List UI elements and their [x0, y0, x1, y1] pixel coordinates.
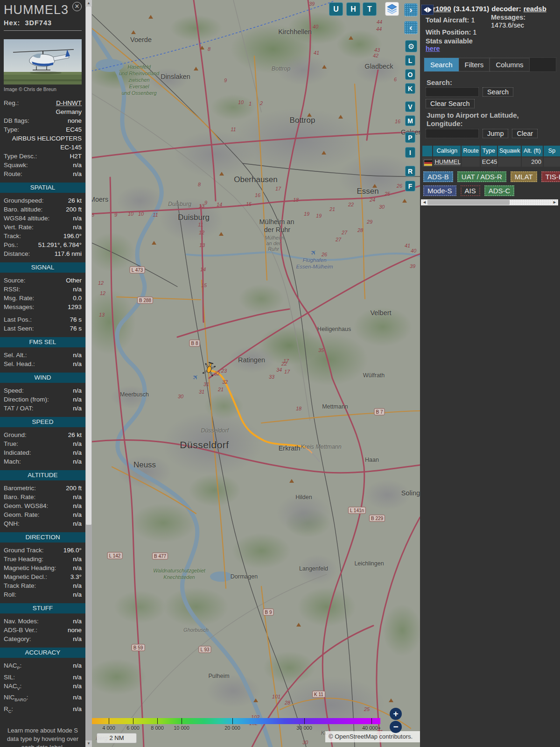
map-button-K[interactable]: K: [405, 83, 415, 94]
zoom-out-button[interactable]: −: [390, 721, 402, 733]
column-header[interactable]: Callsign: [433, 146, 461, 156]
map-city-label: Velbert: [370, 309, 391, 317]
map-button-H[interactable]: H: [346, 2, 360, 16]
exit-number: 1: [249, 101, 252, 106]
data-value: n/a: [73, 161, 82, 169]
data-label: NACV:: [4, 682, 21, 693]
peak-triangle-icon: [296, 623, 301, 627]
decoder-link[interactable]: readsb: [524, 5, 546, 13]
data-value[interactable]: D-HNWT: [56, 99, 82, 107]
map-city-label: Moers: [92, 196, 108, 203]
zoom-in-button[interactable]: +: [390, 708, 402, 720]
decoder-label: decoder:: [491, 5, 521, 13]
tab-search[interactable]: Search: [424, 58, 459, 71]
map-button-U[interactable]: U: [329, 2, 343, 16]
layers-icon[interactable]: [385, 2, 399, 16]
column-header[interactable]: Route: [462, 146, 479, 156]
source-badge-ads-c: ADS-C: [484, 185, 515, 196]
exit-number: 10: [128, 211, 133, 217]
data-value: n/a: [73, 169, 82, 178]
data-row: Source:Other: [0, 276, 85, 285]
collapse-panel-icon[interactable]: ‹: [404, 21, 418, 34]
data-row: Last Pos.:76 s: [0, 315, 85, 324]
data-label: ADS-B Ver.:: [4, 626, 37, 634]
map-button-L[interactable]: L: [405, 55, 415, 66]
data-value: n/a: [73, 682, 82, 693]
hscrollbar-thumb[interactable]: [427, 200, 510, 205]
map-button-F[interactable]: F: [405, 181, 415, 191]
column-header[interactable]: Sp: [544, 146, 560, 156]
map-city-label: zwischen: [128, 77, 149, 83]
exit-number: 40: [313, 24, 318, 29]
altitude-tick: [232, 718, 233, 724]
table-cell[interactable]: HUMMEL3: [433, 157, 461, 167]
data-row: True Heading:n/a: [0, 555, 85, 564]
scroll-up-icon[interactable]: ▲: [85, 0, 92, 7]
data-value: 3.3°: [70, 572, 82, 581]
selected-aircraft-icon[interactable]: [199, 359, 220, 381]
search-button[interactable]: Search: [483, 87, 513, 97]
map-button-V[interactable]: V: [405, 101, 415, 112]
data-label: Reg.:: [4, 99, 19, 107]
scroll-down-icon[interactable]: ▼: [85, 740, 92, 747]
exit-number: 8: [92, 212, 94, 218]
openstreetmap-link[interactable]: OpenStreetMap: [335, 733, 378, 740]
callsign-link[interactable]: HUMMEL3: [434, 158, 461, 165]
map-city-label: Wülfrath: [363, 372, 385, 379]
map-button-M[interactable]: M: [405, 115, 415, 126]
stats-here-link[interactable]: here: [426, 45, 440, 52]
data-value: H2T: [70, 152, 82, 161]
scrollbar-thumb[interactable]: [86, 7, 91, 525]
table-horizontal-scrollbar[interactable]: ◄ ►: [421, 199, 558, 205]
jump-clear-button[interactable]: Clear: [512, 129, 538, 138]
expand-panel-icon[interactable]: ›: [404, 3, 418, 16]
map-city-label: Knechtsteden: [163, 574, 195, 580]
map-button-T[interactable]: T: [363, 2, 377, 16]
search-label: Search:: [427, 78, 560, 86]
sidebar-scrollbar[interactable]: ▲ ▼: [85, 0, 92, 747]
jump-input[interactable]: [426, 129, 479, 138]
map-button-I[interactable]: I: [405, 147, 415, 158]
exit-number: 14: [217, 202, 222, 207]
data-row: True:n/a: [0, 439, 85, 448]
aircraft-photo: [4, 39, 82, 85]
table-cell: [544, 157, 560, 167]
data-row: NACV:n/a: [0, 682, 85, 693]
data-value: n/a: [73, 661, 82, 673]
map-button-R[interactable]: R: [405, 166, 415, 176]
data-label: Track Rate:: [4, 581, 36, 590]
table-row[interactable]: HUMMEL3EC45200: [422, 157, 560, 167]
column-header[interactable]: Alt. (ft): [522, 146, 543, 156]
data-label: Magnetic Decl.:: [4, 572, 47, 581]
data-label: Pos.:: [4, 240, 18, 249]
altitude-tick-label: 30 000: [296, 725, 312, 731]
aircraft-list-panel: tar1090(3.14.1791)decoder:readsb Total A…: [420, 0, 560, 747]
column-header[interactable]: Type: [481, 146, 497, 156]
table-cell: [462, 157, 479, 167]
data-label: Speed:: [4, 386, 24, 395]
map-city-label: Duisburg: [178, 213, 210, 222]
jump-button[interactable]: Jump: [483, 129, 508, 138]
column-header[interactable]: [422, 146, 432, 156]
map-button-O[interactable]: O: [405, 69, 415, 80]
road-shield: B 288: [137, 297, 153, 304]
clear-search-button[interactable]: Clear Search: [426, 99, 475, 108]
close-icon[interactable]: ✕: [72, 2, 82, 11]
total-aircraft: Total Aircraft: 1: [426, 16, 475, 24]
tab-filters[interactable]: Filters: [459, 58, 490, 71]
app-version: (3.14.1791): [454, 5, 490, 13]
exit-number: 35: [318, 347, 324, 353]
map-canvas[interactable]: VoerdeDinslakenKirchhellenBottropGladbec…: [92, 0, 420, 747]
scroll-right-icon[interactable]: ►: [553, 200, 557, 205]
data-label: Vert. Rate:: [4, 223, 34, 232]
search-input[interactable]: [426, 87, 479, 97]
map-city-label: Düsseldorf: [201, 427, 229, 434]
map-button-P[interactable]: P: [405, 132, 415, 143]
scroll-left-icon[interactable]: ◄: [422, 200, 427, 205]
tab-columns[interactable]: Columns: [490, 58, 529, 71]
exit-number: 32: [214, 371, 220, 376]
column-header[interactable]: Squawk: [498, 146, 521, 156]
gear-icon[interactable]: ⚙: [405, 40, 417, 52]
peak-triangle-icon: [338, 115, 343, 119]
aircraft-callsign-title: HUMMEL3: [4, 3, 82, 17]
